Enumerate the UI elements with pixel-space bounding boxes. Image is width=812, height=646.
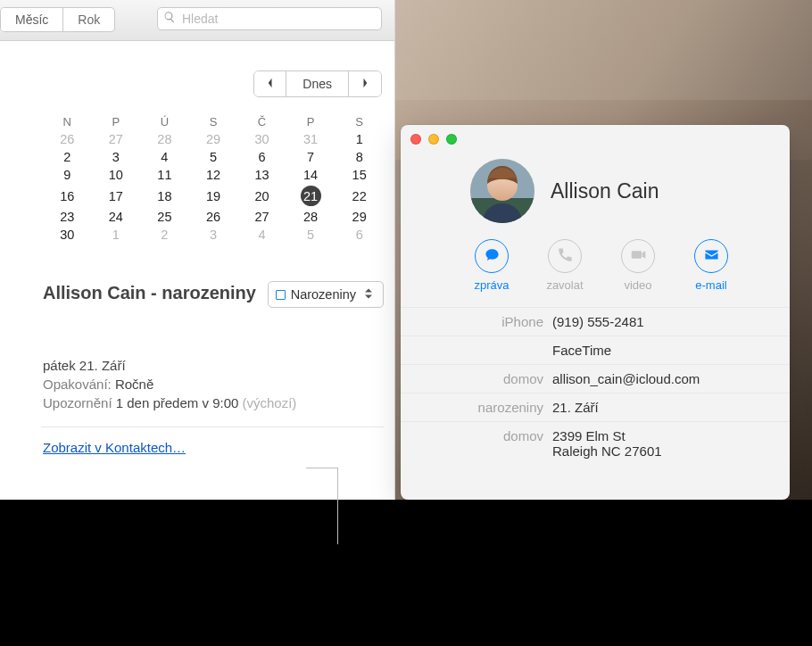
day-of-week-header: P [286,114,336,130]
event-details: Allison Cain - narozeniny Narozeniny pát… [43,281,384,456]
calendar-day[interactable]: 15 [335,166,384,184]
chevron-right-icon [361,77,369,91]
message-action[interactable]: zpráva [468,239,515,292]
field-value[interactable]: 2399 Elm St Raleigh NC 27601 [552,428,662,459]
calendar-day[interactable]: 20 [237,184,286,208]
field-label: narozeniny [401,400,552,415]
envelope-icon [704,247,719,266]
contact-name: Allison Cain [551,179,659,203]
message-icon [485,247,500,266]
caption-area [0,500,812,646]
calendar-select[interactable]: Narozeniny [268,281,384,308]
calendar-day[interactable]: 10 [92,166,141,184]
calendar-window: Měsíc Rok Dnes NPÚSČPS262728293031123456… [0,0,395,500]
calendar-day[interactable]: 2 [140,226,189,244]
calendar-day[interactable]: 28 [140,130,189,148]
contact-fields: iPhone(919) 555-2481FaceTimedomovallison… [401,307,790,465]
calendar-day[interactable]: 28 [286,208,336,226]
calendar-day[interactable]: 9 [43,166,92,184]
callout-line [337,468,338,544]
prev-month-button[interactable] [254,71,286,96]
contact-field-row: domov2399 Elm St Raleigh NC 27601 [401,421,790,465]
search-icon [163,11,180,27]
event-alert: Upozornění 1 den předem v 9:00 (výchozí) [43,395,384,410]
view-month-button[interactable]: Měsíc [1,8,63,31]
view-segment: Měsíc Rok [0,7,115,32]
calendar-day[interactable]: 30 [43,226,92,244]
email-label: e-mail [695,278,726,292]
calendar-day[interactable]: 4 [140,148,189,166]
calendar-day[interactable]: 26 [43,130,92,148]
minimize-window-button[interactable] [428,134,439,145]
avatar [470,159,534,223]
calendar-day[interactable]: 21 [286,184,336,208]
divider [41,427,384,427]
calendar-day[interactable]: 11 [140,166,189,184]
video-action[interactable]: video [615,239,661,292]
zoom-window-button[interactable] [446,134,457,145]
call-action[interactable]: zavolat [542,239,588,292]
next-month-button[interactable] [349,71,381,96]
calendar-day[interactable]: 24 [92,208,141,226]
contact-field-row: FaceTime [401,335,790,364]
calendar-day[interactable]: 7 [286,148,336,166]
calendar-day[interactable]: 8 [335,148,384,166]
calendar-day[interactable]: 22 [335,184,384,208]
calendar-day[interactable]: 14 [286,166,336,184]
calendar-day[interactable]: 29 [189,130,238,148]
calendar-day[interactable]: 3 [92,148,141,166]
contact-field-row: iPhone(919) 555-2481 [401,307,790,335]
calendar-toolbar: Měsíc Rok [0,0,394,41]
calendar-day[interactable]: 16 [43,184,92,208]
calendar-day[interactable]: 6 [335,226,384,244]
calendar-day[interactable]: 29 [335,208,384,226]
close-window-button[interactable] [410,134,421,145]
day-of-week-header: S [335,114,384,130]
day-of-week-header: Č [237,114,286,130]
mini-calendar[interactable]: NPÚSČPS262728293031123456789101112131415… [43,114,384,244]
calendar-day[interactable]: 30 [237,130,286,148]
today-button[interactable]: Dnes [286,71,349,96]
field-value[interactable]: allison_cain@icloud.com [552,371,700,386]
calendar-day[interactable]: 26 [189,208,238,226]
search-input[interactable] [180,11,376,27]
window-traffic-lights [410,134,457,145]
field-value[interactable]: (919) 555-2481 [552,314,644,329]
month-nav-segment: Dnes [253,70,382,97]
field-value[interactable]: FaceTime [552,343,611,358]
calendar-day[interactable]: 27 [237,208,286,226]
calendar-day[interactable]: 23 [43,208,92,226]
field-label: domov [401,371,552,386]
calendar-day[interactable]: 2 [43,148,92,166]
calendar-day[interactable]: 25 [140,208,189,226]
event-repeat: Opakování: Ročně [43,377,384,392]
calendar-day[interactable]: 18 [140,184,189,208]
video-label: video [624,278,651,292]
search-field[interactable] [157,7,382,30]
email-action[interactable]: e-mail [688,239,734,292]
day-of-week-header: P [92,114,141,130]
calendar-day[interactable]: 27 [92,130,141,148]
select-arrows-icon [356,286,376,303]
field-label: iPhone [401,314,552,329]
calendar-day[interactable]: 5 [189,148,238,166]
day-of-week-header: N [43,114,92,130]
calendar-day[interactable]: 3 [189,226,238,244]
field-value[interactable]: 21. Září [552,400,599,415]
calendar-day[interactable]: 6 [237,148,286,166]
calendar-day[interactable]: 1 [92,226,141,244]
view-year-button[interactable]: Rok [63,8,114,31]
calendar-select-value: Narozeniny [291,287,356,302]
contact-header: Allison Cain [470,159,659,223]
event-title: Allison Cain - narozeniny [43,281,286,304]
calendar-day[interactable]: 31 [286,130,336,148]
calendar-day[interactable]: 5 [286,226,336,244]
calendar-day[interactable]: 4 [237,226,286,244]
calendar-day[interactable]: 13 [237,166,286,184]
calendar-day[interactable]: 19 [189,184,238,208]
calendar-day[interactable]: 17 [92,184,141,208]
calendar-day[interactable]: 12 [189,166,238,184]
calendar-day[interactable]: 1 [335,130,384,148]
show-in-contacts-link[interactable]: Zobrazit v Kontaktech… [43,440,186,455]
day-of-week-header: S [189,114,238,130]
